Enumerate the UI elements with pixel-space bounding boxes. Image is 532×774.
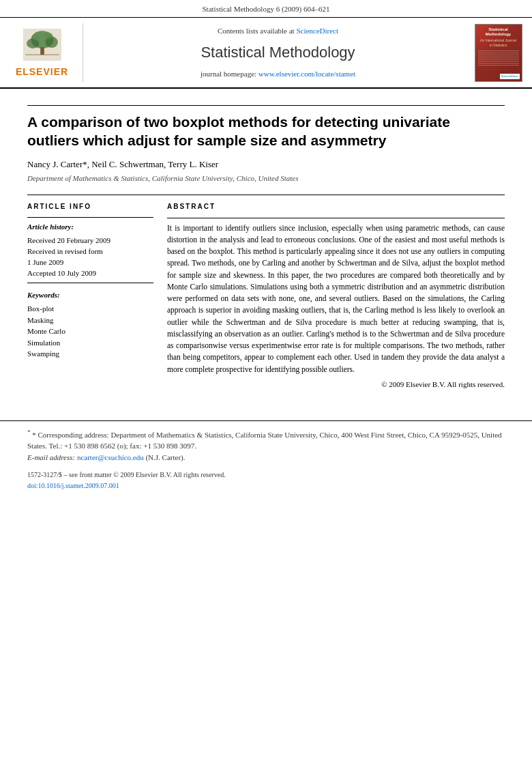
keyword-montecarlo: Monte Carlo xyxy=(27,326,153,337)
keyword-masking: Masking xyxy=(27,315,153,326)
main-content: A comparison of two boxplot methods for … xyxy=(0,89,532,400)
journal-reference-bar: Statistical Methodology 6 (2009) 604–621 xyxy=(0,0,532,18)
info-divider xyxy=(27,195,505,195)
elsevier-logo: ELSEVIER xyxy=(8,23,83,82)
email-link[interactable]: ncarter@csuchico.edu xyxy=(77,453,144,461)
cover-decorative-lines xyxy=(478,51,519,67)
revised-label: Received in revised form xyxy=(27,246,153,256)
keyword-swamping: Swamping xyxy=(27,348,153,360)
svg-point-5 xyxy=(31,34,40,40)
contents-available-text: Contents lists available at xyxy=(218,27,295,35)
keywords-divider xyxy=(27,283,153,283)
info-section-divider xyxy=(27,217,153,218)
elsevier-tree-icon xyxy=(18,26,66,63)
abstract-section-divider xyxy=(167,218,505,218)
science-direct-line: Contents lists available at ScienceDirec… xyxy=(218,26,338,36)
article-authors: Nancy J. Carter*, Neil C. Schwertman, Te… xyxy=(27,158,505,171)
journal-homepage-line: journal homepage: www.elsevier.com/locat… xyxy=(201,69,355,79)
footnote-star-symbol: * xyxy=(27,429,31,435)
copyright-line: © 2009 Elsevier B.V. All rights reserved… xyxy=(167,379,505,390)
keyword-boxplot: Box-plot xyxy=(27,303,153,315)
email-author-name: (N.J. Carter). xyxy=(145,453,185,461)
accepted-date: Accepted 10 July 2009 xyxy=(27,268,153,278)
title-divider xyxy=(27,105,505,106)
journal-name-heading: Statistical Methodology xyxy=(201,42,355,63)
svg-rect-4 xyxy=(40,48,44,55)
abstract-text: It is important to identify outliers sin… xyxy=(167,223,505,375)
homepage-label: journal homepage: xyxy=(201,70,256,78)
two-column-section: ARTICLE INFO Article history: Received 2… xyxy=(27,202,505,390)
cover-thumbnail: StatisticalMethodology An International … xyxy=(475,24,522,82)
article-affiliation: Department of Mathematics & Statistics, … xyxy=(27,173,505,184)
article-info-column: ARTICLE INFO Article history: Received 2… xyxy=(27,202,153,390)
journal-header: ELSEVIER Contents lists available at Sci… xyxy=(0,18,532,89)
article-title: A comparison of two boxplot methods for … xyxy=(27,113,505,150)
article-info-label: ARTICLE INFO xyxy=(27,202,153,212)
science-direct-link[interactable]: ScienceDirect xyxy=(296,27,338,35)
footnote-corresponding-author: * * Corresponding address: Department of… xyxy=(27,428,505,452)
keyword-simulation: Simulation xyxy=(27,337,153,349)
email-line: E-mail address: ncarter@csuchico.edu (N.… xyxy=(27,453,505,463)
revised-date: 1 June 2009 xyxy=(27,257,153,267)
received-date: Received 20 February 2009 xyxy=(27,235,153,245)
elsevier-brand-text: ELSEVIER xyxy=(16,66,68,79)
page-container: Statistical Methodology 6 (2009) 604–621… xyxy=(0,0,532,774)
cover-title: StatisticalMethodology xyxy=(486,27,511,37)
homepage-url-link[interactable]: www.elsevier.com/locate/stamet xyxy=(258,70,355,78)
cover-subtitle: An International Journalin Statistics xyxy=(480,38,516,48)
svg-point-6 xyxy=(44,33,53,39)
abstract-label: ABSTRACT xyxy=(167,202,505,212)
issn-line: 1572-3127/$ – see front matter © 2009 El… xyxy=(27,470,505,480)
footer-area: * * Corresponding address: Department of… xyxy=(0,420,532,498)
footnote-text: * Corresponding address: Department of M… xyxy=(27,430,502,450)
abstract-column: ABSTRACT It is important to identify out… xyxy=(167,202,505,390)
keywords-label: Keywords: xyxy=(27,290,153,300)
doi-line[interactable]: doi:10.1016/j.stamet.2009.07.001 xyxy=(27,481,505,491)
journal-reference-text: Statistical Methodology 6 (2009) 604–621 xyxy=(203,5,330,13)
email-label: E-mail address: xyxy=(27,453,75,461)
journal-title-section: Contents lists available at ScienceDirec… xyxy=(90,23,466,82)
article-history-label: Article history: xyxy=(27,222,153,232)
journal-cover-image: StatisticalMethodology An International … xyxy=(473,23,524,82)
